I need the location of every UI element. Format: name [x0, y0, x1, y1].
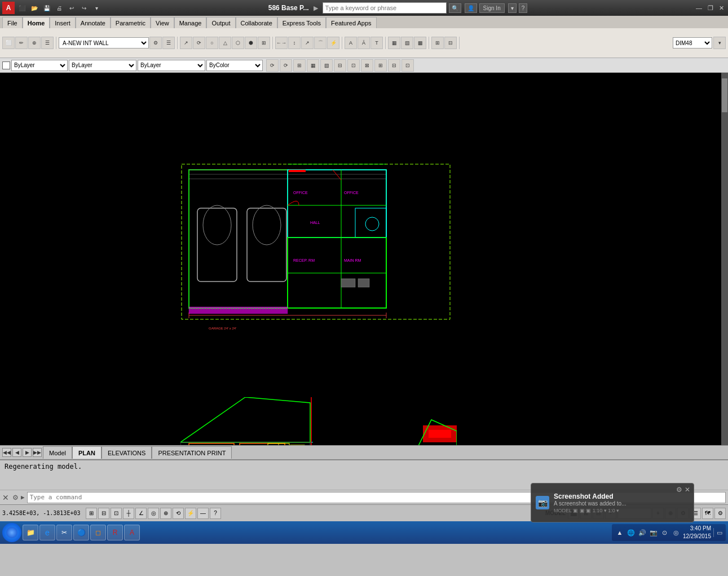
taskbar-item-ie[interactable]: e — [39, 525, 55, 540]
command-settings-icon[interactable]: ⚙ — [12, 494, 19, 502]
tab-file[interactable]: File — [2, 17, 23, 28]
sign-in-button[interactable]: Sign In — [479, 3, 505, 13]
hatch-1[interactable]: ▦ — [388, 37, 400, 49]
ortho-icon[interactable]: ┼ — [123, 508, 134, 519]
text-2[interactable]: Ā — [358, 37, 370, 49]
tray-misc2[interactable]: ◎ — [672, 528, 681, 537]
tab-parametric[interactable]: Parametric — [111, 17, 151, 28]
text-1[interactable]: A — [345, 37, 357, 49]
qa-print[interactable]: 🖨 — [54, 3, 64, 13]
drawing-viewport[interactable]: OFFICE OFFICE HALL RECEP. RM MAIN RM GAR… — [0, 73, 728, 445]
minimize-button[interactable]: — — [694, 5, 704, 11]
notification-settings[interactable]: ⚙ — [676, 486, 682, 494]
dim-4[interactable]: ⌒ — [314, 37, 327, 49]
qa-undo[interactable]: ↩ — [67, 3, 77, 13]
layer-dropdown[interactable]: A-NEW INT WALL — [59, 37, 149, 49]
show-desktop[interactable]: ▭ — [713, 528, 722, 537]
tab-elevations[interactable]: ELEVATIONS — [102, 446, 152, 459]
osnap-icon[interactable]: ◎ — [148, 508, 159, 519]
lineweight-dropdown[interactable]: ByLayer — [138, 60, 205, 71]
taskbar-item-chrome[interactable]: 🔵 — [73, 525, 89, 540]
mod-7[interactable]: ⊞ — [258, 37, 270, 49]
maximize-button[interactable]: ❐ — [706, 5, 715, 12]
mod-2[interactable]: ⟳ — [193, 37, 205, 49]
tool-3[interactable]: ⊕ — [28, 37, 41, 49]
user-button[interactable]: 👤 — [465, 3, 477, 13]
view-2[interactable]: ⊟ — [444, 37, 457, 49]
hatch-2[interactable]: ▧ — [401, 37, 413, 49]
tool-4[interactable]: ☰ — [41, 37, 54, 49]
tray-volume[interactable]: 🔊 — [638, 528, 647, 537]
map-icon[interactable]: 🗺 — [702, 508, 713, 519]
tab-plan[interactable]: PLAN — [72, 446, 102, 459]
tray-misc[interactable]: ⊙ — [660, 528, 669, 537]
qa-save[interactable]: 💾 — [42, 3, 52, 13]
mod-5[interactable]: ⬡ — [232, 37, 244, 49]
qa-new[interactable]: ⬛ — [17, 3, 27, 13]
notification-close[interactable]: ✕ — [685, 486, 690, 494]
tab-insert[interactable]: Insert — [50, 17, 76, 28]
mod-1[interactable]: ↗ — [180, 37, 192, 49]
view-1[interactable]: ⊞ — [431, 37, 444, 49]
status-last[interactable]: ⚙ — [714, 508, 726, 519]
dropdown-btn[interactable]: ▾ — [508, 3, 517, 13]
et-7[interactable]: ⊡ — [347, 59, 360, 72]
dim-2[interactable]: ↕ — [288, 37, 301, 49]
start-button[interactable] — [2, 523, 21, 542]
nav-first[interactable]: ◀◀ — [2, 448, 11, 457]
color-dropdown[interactable]: ByLayer — [11, 60, 68, 71]
et-5[interactable]: ▧ — [320, 59, 333, 72]
et-8[interactable]: ⊠ — [361, 59, 373, 72]
taskbar-item-revit[interactable]: R — [107, 525, 123, 540]
et-11[interactable]: ⊡ — [401, 59, 414, 72]
et-6[interactable]: ⊟ — [334, 59, 346, 72]
search-button[interactable]: 🔍 — [449, 3, 461, 13]
ducs-icon[interactable]: ⟲ — [173, 508, 184, 519]
plotstyle-dropdown[interactable]: ByColor — [206, 60, 263, 71]
taskbar-item-autocad[interactable]: A — [124, 525, 140, 540]
text-3[interactable]: T — [370, 37, 383, 49]
dyn-icon[interactable]: ⚡ — [185, 508, 196, 519]
help-button[interactable]: ? — [519, 3, 528, 13]
taskbar-item-explorer[interactable]: 📁 — [23, 525, 38, 540]
et-4[interactable]: ▦ — [307, 59, 319, 72]
et-10[interactable]: ⊟ — [388, 59, 400, 72]
layer-state-btn[interactable]: ☰ — [162, 37, 175, 49]
dim-5[interactable]: ⚡ — [327, 37, 339, 49]
model-icon[interactable]: ⊞ — [86, 508, 97, 519]
taskbar-item-cut[interactable]: ✂ — [56, 525, 72, 540]
qa-redo[interactable]: ↪ — [79, 3, 89, 13]
tab-featured[interactable]: Featured Apps — [326, 17, 377, 28]
tab-view[interactable]: View — [151, 17, 174, 28]
nav-prev[interactable]: ◀ — [12, 448, 21, 457]
mod-4[interactable]: △ — [219, 37, 231, 49]
et-9[interactable]: ⊞ — [374, 59, 387, 72]
tray-network[interactable]: 🌐 — [626, 528, 636, 537]
lwt-icon[interactable]: — — [197, 508, 209, 519]
grid-icon[interactable]: ⊡ — [111, 508, 122, 519]
et-2[interactable]: ⟳ — [280, 59, 292, 72]
nav-last[interactable]: ▶▶ — [33, 448, 42, 457]
layer-props-btn[interactable]: ⚙ — [149, 37, 162, 49]
tab-annotate[interactable]: Annotate — [76, 17, 111, 28]
otrack-icon[interactable]: ⊕ — [160, 508, 171, 519]
tab-output[interactable]: Output — [206, 17, 235, 28]
dim-style-dropdown[interactable]: DIM48 — [673, 37, 712, 49]
linetype-dropdown[interactable]: ByLayer — [69, 60, 136, 71]
tool-2[interactable]: ✏ — [15, 37, 28, 49]
tab-model[interactable]: Model — [43, 446, 72, 459]
dim-1[interactable]: ←→ — [275, 37, 288, 49]
tab-manage[interactable]: Manage — [174, 17, 207, 28]
scrollbar-thumb-v[interactable] — [722, 78, 727, 112]
et-3[interactable]: ⊞ — [293, 59, 306, 72]
qa-more[interactable]: ▾ — [91, 3, 102, 13]
snap-icon[interactable]: ⊟ — [98, 508, 109, 519]
mod-3[interactable]: ○ — [206, 37, 218, 49]
tab-express[interactable]: Express Tools — [277, 17, 326, 28]
polar-icon[interactable]: ∠ — [135, 508, 147, 519]
tab-home[interactable]: Home — [23, 17, 50, 28]
clock-display[interactable]: 3:40 PM 12/29/2015 — [683, 525, 711, 540]
hatch-3[interactable]: ▩ — [414, 37, 426, 49]
nav-next[interactable]: ▶ — [23, 448, 32, 457]
search-input[interactable] — [323, 2, 447, 14]
